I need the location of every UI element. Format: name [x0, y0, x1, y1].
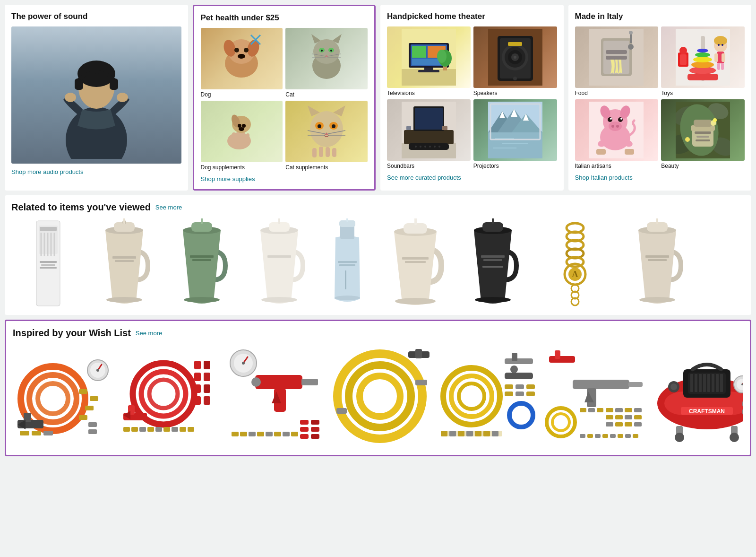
- italy-toys-label: Toys: [661, 90, 745, 96]
- related-product-blue-bottle[interactable]: [319, 218, 376, 308]
- svg-point-164: [713, 118, 717, 122]
- svg-text:A: A: [572, 270, 578, 279]
- svg-point-129: [714, 36, 727, 45]
- svg-rect-380: [742, 409, 743, 415]
- svg-rect-335: [615, 415, 623, 419]
- svg-rect-342: [549, 356, 575, 363]
- svg-rect-127: [717, 63, 720, 70]
- svg-point-130: [718, 44, 720, 46]
- svg-rect-262: [204, 384, 210, 393]
- svg-rect-302: [415, 349, 422, 358]
- svg-rect-241: [79, 389, 87, 394]
- pet-item-dog-supplements[interactable]: Dog supplements: [201, 101, 283, 171]
- wishlist-product-craftsman-compressor[interactable]: CRAFTSMAN: [648, 344, 743, 448]
- svg-rect-325: [573, 380, 629, 389]
- svg-rect-116: [687, 74, 718, 80]
- svg-rect-347: [580, 434, 585, 438]
- italy-beauty-label: Beauty: [661, 163, 745, 169]
- svg-rect-205: [402, 257, 429, 260]
- wishlist-product-red-coil-kit[interactable]: [119, 344, 223, 448]
- svg-point-143: [610, 118, 612, 120]
- svg-point-13: [244, 48, 249, 52]
- svg-rect-280: [301, 379, 318, 385]
- svg-point-139: [611, 125, 614, 128]
- svg-rect-362: [703, 374, 706, 392]
- svg-rect-65: [418, 70, 439, 72]
- ht-televisions-label: Televisions: [387, 90, 471, 96]
- svg-rect-318: [441, 431, 447, 436]
- related-section: Related to items you've viewed See more: [5, 195, 751, 315]
- svg-rect-313: [505, 392, 513, 396]
- svg-point-329: [552, 414, 569, 431]
- pet-item-cat-supplements[interactable]: Cat supplements: [285, 101, 368, 171]
- svg-rect-125: [714, 53, 718, 62]
- svg-rect-210: [492, 218, 494, 224]
- pet-cat-supplements-image: [285, 101, 368, 162]
- wishlist-section-title: Inspired by your Wish List: [13, 328, 131, 339]
- wishlist-product-red-tool-kit[interactable]: [224, 344, 328, 448]
- pet-cat-label: Cat: [285, 91, 368, 98]
- svg-point-277: [242, 362, 245, 365]
- svg-rect-331: [615, 408, 623, 412]
- italy-card: Made in Italy: [568, 5, 752, 191]
- ht-item-televisions[interactable]: Televisions: [387, 26, 471, 96]
- italy-item-beauty[interactable]: Beauty: [661, 99, 745, 169]
- svg-point-39: [239, 127, 244, 131]
- italy-shop-link[interactable]: Shop Italian products: [575, 174, 633, 181]
- ht-item-projectors[interactable]: Projectors: [473, 99, 557, 169]
- related-product-linen-tumbler[interactable]: [619, 218, 695, 308]
- svg-rect-110: [606, 56, 627, 60]
- related-product-cream-tumbler[interactable]: [86, 218, 162, 308]
- related-section-header: Related to items you've viewed See more: [11, 202, 745, 213]
- home-theater-shop-link[interactable]: See more curated products: [387, 174, 461, 181]
- svg-point-183: [106, 297, 142, 303]
- audio-shop-link[interactable]: Shop more audio products: [11, 168, 83, 175]
- svg-rect-265: [123, 427, 130, 432]
- wishlist-product-yellow-kit[interactable]: [436, 344, 540, 448]
- related-product-large-cream[interactable]: [378, 218, 453, 308]
- related-product-black-tumbler[interactable]: [455, 218, 531, 308]
- ht-item-soundbars[interactable]: Soundbars: [387, 99, 471, 169]
- svg-rect-291: [257, 432, 264, 436]
- svg-rect-311: [515, 384, 524, 389]
- svg-rect-352: [618, 434, 623, 438]
- svg-point-374: [670, 383, 677, 390]
- italy-item-toys[interactable]: Toys: [661, 26, 745, 96]
- svg-rect-308: [505, 373, 533, 379]
- svg-rect-365: [716, 374, 719, 392]
- related-product-straws[interactable]: [11, 218, 85, 308]
- svg-rect-351: [610, 434, 616, 438]
- svg-rect-175: [41, 264, 55, 266]
- svg-rect-283: [311, 420, 319, 425]
- pet-dog-image: [201, 28, 283, 89]
- pet-health-grid: Dog: [201, 28, 368, 171]
- svg-point-86: [420, 146, 421, 148]
- ht-item-speakers[interactable]: Speakers: [473, 26, 557, 96]
- svg-point-111: [628, 44, 634, 50]
- related-product-light-cream[interactable]: [241, 218, 317, 308]
- pet-health-shop-link[interactable]: Shop more supplies: [201, 175, 255, 183]
- svg-rect-322: [475, 431, 481, 436]
- wishlist-product-orange-hose[interactable]: [13, 344, 117, 448]
- wishlist-see-more-link[interactable]: See more: [136, 330, 162, 337]
- svg-rect-293: [274, 432, 281, 436]
- pet-item-dog[interactable]: Dog: [201, 28, 283, 98]
- svg-rect-201: [345, 270, 346, 289]
- related-product-keychain[interactable]: A: [533, 218, 618, 308]
- pet-item-cat[interactable]: Cat: [285, 28, 368, 98]
- wishlist-product-yellow-hose[interactable]: [330, 344, 434, 448]
- related-see-more-link[interactable]: See more: [155, 204, 182, 211]
- svg-rect-230: [648, 259, 667, 261]
- svg-rect-266: [131, 427, 138, 432]
- italy-item-food[interactable]: Food: [575, 26, 659, 96]
- svg-rect-193: [267, 255, 291, 258]
- svg-point-298: [360, 376, 400, 417]
- home-theater-grid: Televisions: [387, 26, 557, 169]
- wishlist-product-air-tool-set[interactable]: [542, 344, 646, 448]
- related-product-green-tumbler[interactable]: [164, 218, 240, 308]
- svg-rect-181: [112, 256, 136, 259]
- italy-item-artisans[interactable]: Italian artisans: [575, 99, 659, 169]
- svg-point-38: [242, 124, 246, 128]
- svg-rect-363: [707, 374, 710, 392]
- svg-rect-149: [596, 149, 606, 155]
